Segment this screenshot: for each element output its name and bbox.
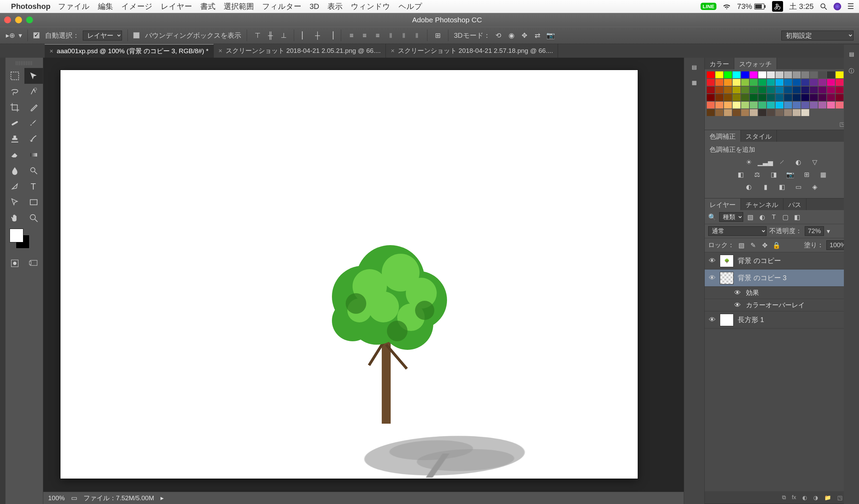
auto-select-checkbox[interactable] xyxy=(33,32,40,38)
distribute-right-icon[interactable]: ⦀ xyxy=(412,31,422,40)
swatch[interactable] xyxy=(784,87,792,93)
swatch[interactable] xyxy=(810,71,818,78)
align-bottom-icon[interactable]: ⊥ xyxy=(279,31,288,40)
layer-style-icon[interactable]: fx xyxy=(792,494,796,501)
adjust-tab[interactable]: 色調補正 xyxy=(705,130,741,142)
marquee-tool[interactable] xyxy=(5,68,24,84)
gradient-map-icon[interactable]: ▭ xyxy=(793,182,804,191)
swatch[interactable] xyxy=(801,87,809,93)
swatch[interactable] xyxy=(793,109,801,116)
stamp-tool[interactable] xyxy=(5,131,24,147)
swatch[interactable] xyxy=(733,87,740,93)
gradient-tool[interactable] xyxy=(24,147,43,163)
swatch[interactable] xyxy=(750,87,758,93)
visibility-icon[interactable]: 👁 xyxy=(705,257,720,265)
notification-center-icon[interactable]: ☰ xyxy=(847,2,854,11)
distribute-hcenter-icon[interactable]: ⦀ xyxy=(399,31,409,40)
effects-header[interactable]: 👁 効果 xyxy=(705,287,859,299)
align-top-icon[interactable]: ⊤ xyxy=(253,31,262,40)
swatch[interactable] xyxy=(827,94,835,101)
swatch[interactable] xyxy=(733,102,740,108)
swatch[interactable] xyxy=(715,109,723,116)
swatch[interactable] xyxy=(793,71,801,78)
swatch[interactable] xyxy=(810,102,818,108)
swatch[interactable] xyxy=(750,71,758,78)
levels-icon[interactable]: ▁▃▅ xyxy=(760,158,771,167)
swatch[interactable] xyxy=(784,79,792,86)
close-window-button[interactable] xyxy=(4,16,11,23)
clock[interactable]: 土 3:25 xyxy=(789,1,814,12)
swatch[interactable] xyxy=(836,71,844,78)
swatch[interactable] xyxy=(707,109,715,116)
swatch[interactable] xyxy=(767,94,775,101)
move-tool[interactable] xyxy=(24,68,43,84)
lut-icon[interactable]: ▦ xyxy=(818,170,828,179)
swatch[interactable] xyxy=(758,71,766,78)
blur-tool[interactable] xyxy=(5,163,24,179)
layer-name[interactable]: 背景 のコピー xyxy=(738,256,781,265)
swatch[interactable] xyxy=(750,109,758,116)
swatch[interactable] xyxy=(724,87,732,93)
lock-transparent-icon[interactable]: ▧ xyxy=(737,241,746,249)
menu-edit[interactable]: 編集 xyxy=(98,1,113,12)
foreground-color-swatch[interactable] xyxy=(10,229,23,242)
photo-filter-icon[interactable]: 📷 xyxy=(785,170,795,179)
visibility-icon[interactable]: 👁 xyxy=(705,316,720,324)
swatch[interactable] xyxy=(784,109,792,116)
document-tab[interactable]: ×スクリーンショット 2018-04-21 2.05.21.png @ 66..… xyxy=(214,44,386,58)
selective-color-icon[interactable]: ◈ xyxy=(810,182,820,191)
bw-icon[interactable]: ◨ xyxy=(769,170,779,179)
swatch[interactable] xyxy=(776,94,783,101)
balance-icon[interactable]: ⚖ xyxy=(752,170,762,179)
swatch[interactable] xyxy=(767,87,775,93)
search-icon[interactable]: 🔍 xyxy=(708,213,716,221)
swatch[interactable] xyxy=(715,94,723,101)
link-layers-icon[interactable]: ⧉ xyxy=(782,494,786,501)
swatch[interactable] xyxy=(776,71,783,78)
swatch[interactable] xyxy=(724,71,732,78)
menu-help[interactable]: ヘルプ xyxy=(399,1,422,12)
swatch[interactable] xyxy=(707,87,715,93)
hand-tool[interactable] xyxy=(5,210,24,226)
type-tool[interactable]: T xyxy=(24,179,43,194)
paths-tab[interactable]: パス xyxy=(783,198,806,210)
swatch[interactable] xyxy=(767,79,775,86)
swatch[interactable] xyxy=(733,109,740,116)
file-size[interactable]: ファイル：7.52M/5.00M xyxy=(83,494,154,503)
layer-row[interactable]: 👁 背景 のコピー 3 fx ▴ xyxy=(705,270,859,287)
swatch[interactable] xyxy=(741,87,749,93)
swatch[interactable] xyxy=(758,109,766,116)
distribute-vcenter-icon[interactable]: ≡ xyxy=(360,31,369,40)
distribute-top-icon[interactable]: ≡ xyxy=(347,31,356,40)
vibrance-icon[interactable]: ▽ xyxy=(810,158,820,167)
swatch[interactable] xyxy=(836,102,844,108)
swatch[interactable] xyxy=(784,71,792,78)
new-layer-icon[interactable]: ◳ xyxy=(837,494,843,501)
rectangle-tool[interactable] xyxy=(24,194,43,210)
adjustment-layer-icon[interactable]: ◑ xyxy=(813,494,818,501)
swatch[interactable] xyxy=(741,94,749,101)
eyedropper-tool[interactable] xyxy=(24,100,43,115)
posterize-icon[interactable]: ▮ xyxy=(760,182,771,191)
distribute-left-icon[interactable]: ⦀ xyxy=(386,31,395,40)
swatch[interactable] xyxy=(758,87,766,93)
canvas-area[interactable]: 100% ▭ ファイル：7.52M/5.00M ▸ xyxy=(43,58,684,504)
swatch[interactable] xyxy=(818,87,826,93)
app-name[interactable]: Photoshop xyxy=(11,2,51,11)
swatch[interactable] xyxy=(810,94,818,101)
group-icon[interactable]: 📁 xyxy=(824,494,831,501)
layer-thumb[interactable]: 🌳 xyxy=(720,255,734,267)
channel-mixer-icon[interactable]: ⊞ xyxy=(802,170,812,179)
swatch[interactable] xyxy=(758,94,766,101)
align-vcenter-icon[interactable]: ╫ xyxy=(266,31,275,40)
swatch[interactable] xyxy=(793,79,801,86)
swatch[interactable] xyxy=(767,71,775,78)
style-tab[interactable]: スタイル xyxy=(741,130,777,142)
chevron-right-icon[interactable]: ▸ xyxy=(160,494,164,502)
battery-status[interactable]: 73% xyxy=(737,2,766,11)
swatch[interactable] xyxy=(733,94,740,101)
preview-icon[interactable]: ▭ xyxy=(71,494,77,502)
menu-filter[interactable]: フィルター xyxy=(262,1,301,12)
hue-icon[interactable]: ◧ xyxy=(736,170,746,179)
layer-row[interactable]: 👁 🌳 背景 のコピー xyxy=(705,252,859,270)
